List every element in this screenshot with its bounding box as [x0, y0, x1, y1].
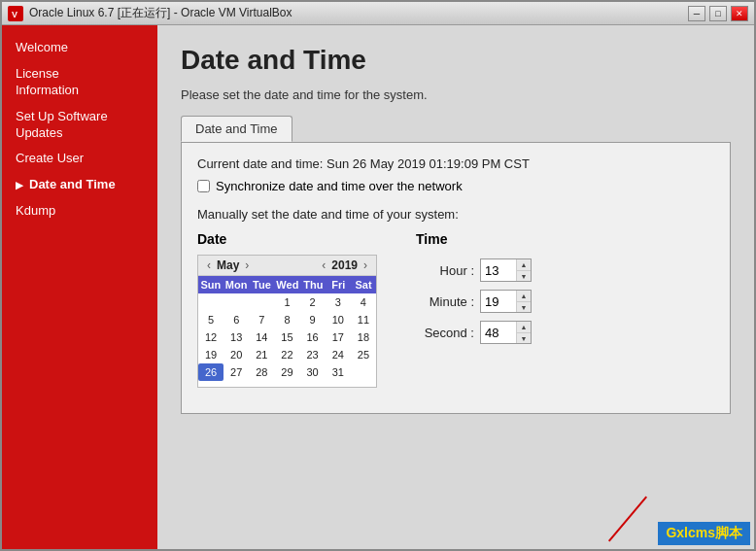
minute-input[interactable] [481, 293, 516, 311]
restore-button[interactable]: □ [709, 6, 727, 21]
calendar-cell[interactable]: 6 [223, 311, 249, 328]
calendar-month: May [217, 258, 239, 272]
calendar-cell[interactable]: 16 [300, 328, 326, 346]
calendar-cell [223, 381, 249, 387]
calendar-cell [326, 381, 351, 387]
sync-label: Synchronize date and time over the netwo… [216, 179, 463, 193]
calendar-cell[interactable]: 13 [223, 328, 249, 346]
calendar-cell[interactable]: 18 [351, 328, 376, 346]
calendar-cell[interactable]: 26 [198, 363, 223, 381]
title-bar: V Oracle Linux 6.7 [正在运行] - Oracle VM Vi… [2, 2, 754, 25]
time-col-label: Time [416, 231, 532, 247]
calendar-cell[interactable]: 17 [326, 328, 351, 346]
calendar-cell[interactable]: 11 [351, 311, 376, 328]
sidebar-item-label: Welcome [16, 40, 68, 56]
calendar-cell [351, 363, 376, 381]
second-increment-button[interactable]: ▲ [517, 322, 531, 332]
calendar-cell [300, 381, 326, 387]
calendar-cell[interactable]: 3 [326, 293, 351, 311]
calendar-cell [351, 381, 376, 387]
sidebar: Welcome LicenseInformation Set Up Softwa… [2, 25, 157, 549]
sidebar-item-welcome[interactable]: Welcome [2, 35, 157, 61]
second-row: Second : ▲ ▼ [416, 321, 532, 344]
second-decrement-button[interactable]: ▼ [517, 332, 531, 343]
prev-month-button[interactable]: ‹ [204, 258, 214, 272]
calendar-cell[interactable]: 25 [351, 346, 376, 363]
right-panel: Date and Time Please set the date and ti… [157, 25, 754, 549]
sidebar-item-date-time[interactable]: Date and Time [2, 172, 157, 198]
calendar-cell[interactable]: 4 [351, 293, 376, 311]
second-label: Second : [416, 326, 474, 340]
cal-header-wed: Wed [274, 276, 300, 293]
calendar-cell[interactable]: 29 [274, 363, 299, 381]
second-input[interactable] [481, 324, 516, 342]
minute-input-wrap: ▲ ▼ [480, 290, 532, 313]
calendar-cell[interactable]: 8 [274, 311, 299, 328]
minute-decrement-button[interactable]: ▼ [517, 301, 531, 312]
calendar-cell[interactable]: 12 [198, 328, 223, 346]
date-time-columns: Date ‹ May › ‹ 2 [197, 231, 714, 388]
sync-row: Synchronize date and time over the netwo… [197, 179, 714, 193]
calendar-cell[interactable]: 7 [249, 311, 274, 328]
current-datetime-label: Current date and time: [197, 156, 323, 171]
calendar-cell[interactable]: 10 [326, 311, 351, 328]
calendar-cell[interactable]: 27 [223, 363, 249, 381]
tab-date-time[interactable]: Date and Time [181, 116, 292, 142]
calendar-cell[interactable]: 1 [274, 293, 299, 311]
hour-label: Hour : [416, 263, 474, 278]
calendar-cell[interactable]: 15 [274, 328, 299, 346]
close-button[interactable]: ✕ [731, 6, 748, 21]
sync-checkbox[interactable] [197, 180, 210, 192]
minimize-button[interactable]: ─ [688, 6, 705, 21]
current-datetime-row: Current date and time: Sun 26 May 2019 0… [197, 156, 714, 171]
calendar-cell [249, 293, 274, 311]
manual-label: Manually set the date and time of your s… [197, 207, 714, 222]
cal-header-sun: Sun [198, 276, 223, 293]
hour-input-wrap: ▲ ▼ [480, 258, 532, 282]
date-col-label: Date [197, 231, 377, 247]
prev-year-button[interactable]: ‹ [319, 258, 328, 272]
calendar-cell [274, 381, 299, 387]
cal-header-tue: Tue [249, 276, 274, 293]
tab-bar: Date and Time [181, 116, 731, 142]
sidebar-item-create-user[interactable]: Create User [2, 146, 157, 172]
hour-increment-button[interactable]: ▲ [517, 259, 531, 270]
next-month-button[interactable]: › [242, 258, 252, 272]
calendar-cell[interactable]: 24 [326, 346, 351, 363]
minute-spin-buttons: ▲ ▼ [516, 291, 531, 312]
calendar-cell[interactable]: 30 [300, 363, 326, 381]
minute-increment-button[interactable]: ▲ [517, 291, 531, 301]
calendar-cell[interactable]: 20 [223, 346, 249, 363]
calendar-cell[interactable]: 22 [274, 346, 299, 363]
cal-header-thu: Thu [300, 276, 326, 293]
calendar-cell [223, 293, 249, 311]
year-nav: ‹ 2019 › [319, 258, 370, 272]
sidebar-item-label: LicenseInformation [16, 66, 79, 99]
calendar-cell[interactable]: 21 [249, 346, 274, 363]
calendar-cell[interactable]: 19 [198, 346, 223, 363]
sidebar-item-kdump[interactable]: Kdump [2, 198, 157, 224]
next-year-button[interactable]: › [361, 258, 370, 272]
calendar-cell[interactable]: 14 [249, 328, 274, 346]
sidebar-item-setup-software[interactable]: Set Up SoftwareUpdates [2, 104, 157, 147]
calendar-cell[interactable]: 28 [249, 363, 274, 381]
tab-content: Current date and time: Sun 26 May 2019 0… [181, 142, 731, 414]
calendar-body: 1234567891011121314151617181920212223242… [198, 293, 376, 387]
time-section: Time Hour : ▲ ▼ [416, 231, 532, 352]
sidebar-item-license[interactable]: LicenseInformation [2, 61, 157, 104]
cal-header-fri: Fri [326, 276, 351, 293]
calendar-cell[interactable]: 5 [198, 311, 223, 328]
hour-input[interactable] [481, 261, 516, 280]
window-controls: ─ □ ✕ [688, 6, 748, 21]
calendar-cell[interactable]: 2 [300, 293, 326, 311]
sidebar-item-label: Set Up SoftwareUpdates [16, 109, 108, 142]
minute-label: Minute : [416, 294, 474, 309]
calendar-cell[interactable]: 23 [300, 346, 326, 363]
calendar-cell[interactable]: 31 [326, 363, 351, 381]
page-title: Date and Time [181, 45, 731, 76]
calendar-year: 2019 [331, 258, 358, 272]
sidebar-item-label: Kdump [16, 203, 55, 220]
calendar-cell[interactable]: 9 [300, 311, 326, 328]
sidebar-item-label: Create User [16, 151, 84, 167]
hour-decrement-button[interactable]: ▼ [517, 270, 531, 281]
